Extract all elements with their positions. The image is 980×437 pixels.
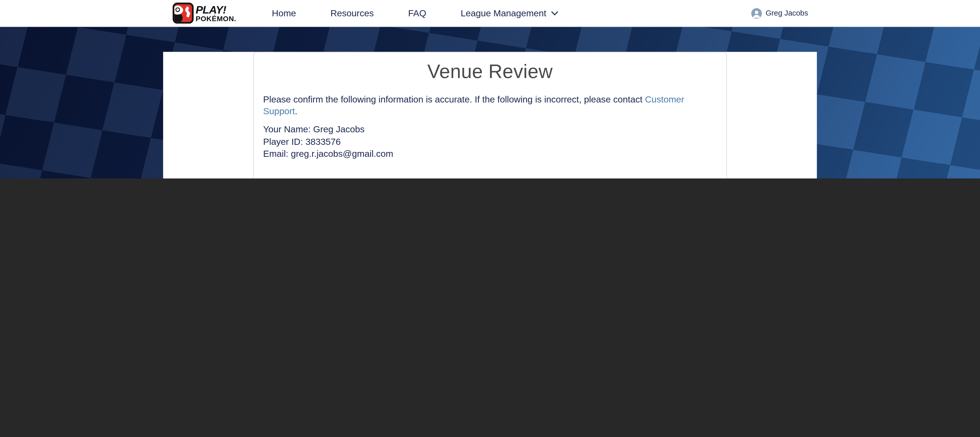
brand-wordmark-play: PLAY!	[196, 3, 226, 16]
main-nav: Home Resources FAQ League Management	[272, 8, 558, 18]
user-menu[interactable]: Greg Jacobs	[751, 8, 808, 19]
nav-item-resources[interactable]: Resources	[330, 8, 374, 18]
player-info: Your Name: Greg Jacobs Player ID: 383357…	[263, 124, 717, 160]
nav-item-league-management[interactable]: League Management	[461, 8, 558, 18]
nav-item-home[interactable]: Home	[272, 8, 296, 18]
brand-wordmark-pokemon: POKÉMON.	[196, 14, 236, 23]
page-title: Venue Review	[263, 61, 717, 83]
play-pokemon-logo[interactable]: PLAY! POKÉMON.	[172, 3, 250, 24]
player-id-row: Player ID: 3833576	[263, 136, 717, 148]
hero-background: Venue Review Please confirm the followin…	[0, 27, 980, 178]
play-pokemon-logo-icon: PLAY! POKÉMON.	[172, 3, 250, 24]
venue-review-card: Venue Review Please confirm the followin…	[253, 52, 727, 178]
top-navbar: PLAY! POKÉMON. Home Resources FAQ League…	[0, 0, 980, 27]
user-avatar-icon	[751, 8, 762, 19]
nav-item-faq[interactable]: FAQ	[408, 8, 426, 18]
page: PLAY! POKÉMON. Home Resources FAQ League…	[0, 0, 980, 178]
player-email-row: Email: greg.r.jacobs@gmail.com	[263, 148, 717, 160]
player-name-row: Your Name: Greg Jacobs	[263, 124, 717, 136]
content-panel: Venue Review Please confirm the followin…	[163, 52, 817, 178]
chevron-down-icon	[551, 11, 558, 15]
confirm-instructions: Please confirm the following information…	[263, 94, 717, 118]
user-name: Greg Jacobs	[765, 9, 808, 17]
